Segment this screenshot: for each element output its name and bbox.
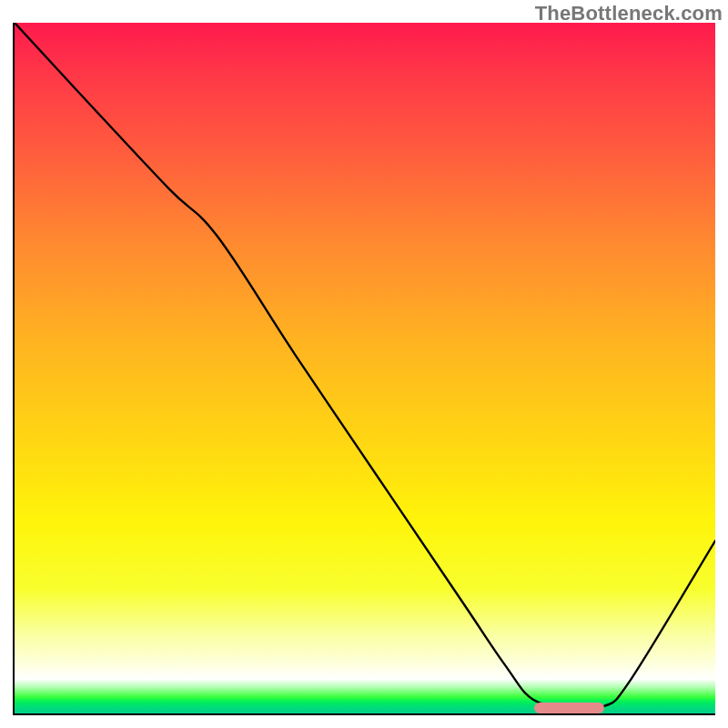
plot-area bbox=[13, 23, 715, 715]
bottleneck-curve-line bbox=[15, 23, 715, 709]
chart-container: TheBottleneck.com bbox=[0, 0, 728, 728]
watermark-text: TheBottleneck.com bbox=[535, 2, 723, 25]
curve-svg bbox=[15, 23, 715, 713]
optimal-range-marker bbox=[534, 703, 604, 713]
